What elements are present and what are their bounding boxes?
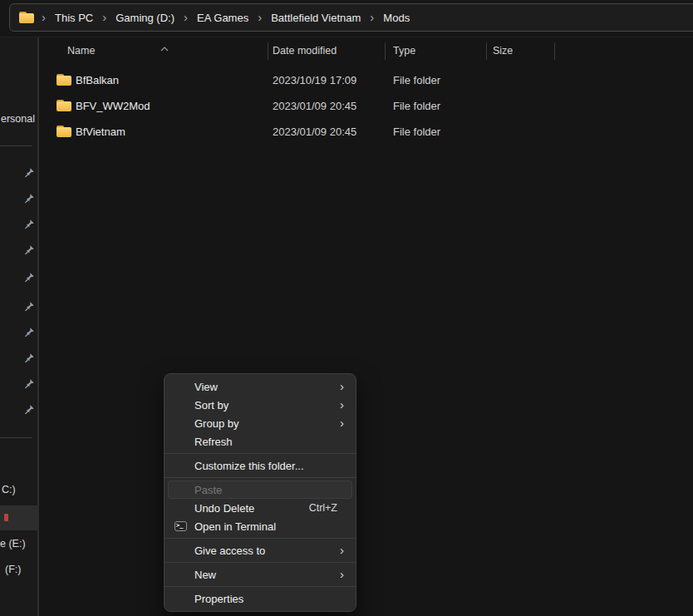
file-date-modified: 2023/01/09 20:45 [273,99,356,111]
menu-separator [165,562,356,563]
folder-icon [19,12,34,23]
menu-separator [165,538,356,539]
pin-icon[interactable] [24,218,35,229]
chevron-right-icon: › [340,416,344,430]
sidebar-item-drive-f[interactable]: (F:) [5,564,21,576]
chevron-right-icon: › [340,567,344,581]
file-type: File folder [393,99,440,111]
context-menu: View›Sort by›Group by›RefreshCustomize t… [164,373,356,612]
column-resize-handle[interactable] [268,42,268,60]
file-row-bfbalkan[interactable]: BfBalkan2023/10/19 17:09File folder [44,67,685,92]
menu-separator [165,586,356,587]
drive-icon-fragment [4,514,8,521]
column-header-date-modified[interactable]: Date modified [273,45,337,57]
menu-item-give-access-to[interactable]: Give access to› [168,541,352,559]
column-resize-handle[interactable] [554,42,555,60]
menu-item-label: Give access to [194,545,341,557]
breadcrumb: ›This PC›Gaming (D:)›EA Games›Battlefiel… [37,8,414,27]
file-row-bfvietnam[interactable]: BfVietnam2023/01/09 20:45File folder [44,118,685,144]
breadcrumb-separator: › [179,10,193,26]
chevron-right-icon: › [340,397,344,411]
menu-item-label: View [194,381,341,393]
menu-item-paste[interactable]: Paste [168,480,352,499]
menu-item-sort-by[interactable]: Sort by› [168,396,352,414]
sidebar-item-drive-c[interactable]: C:) [2,484,16,496]
file-date-modified: 2023/01/09 20:45 [273,125,356,137]
pin-icon[interactable] [24,166,35,177]
menu-item-open-in-terminal[interactable]: >_Open in Terminal [168,517,352,535]
file-name: BFV_WW2Mod [76,99,150,111]
pin-icon[interactable] [24,377,35,388]
file-type: File folder [393,73,440,86]
menu-item-customize-this-folder[interactable]: Customize this folder... [168,456,352,475]
pin-icon[interactable] [24,244,35,254]
menu-item-label: Undo Delete [194,502,309,515]
address-bar[interactable]: ›This PC›Gaming (D:)›EA Games›Battlefiel… [9,3,693,32]
breadcrumb-item-mods[interactable]: Mods [379,8,414,27]
folder-icon [57,126,71,137]
breadcrumb-item-ea-games[interactable]: EA Games [193,8,253,27]
chevron-right-icon: › [340,379,344,393]
folder-icon [57,100,71,111]
breadcrumb-item-gaming-d[interactable]: Gaming (D:) [111,8,179,27]
column-header-row: Name Date modified Type Size [41,37,693,65]
file-row-bfv-ww2mod[interactable]: BFV_WW2Mod2023/01/09 20:45File folder [44,92,685,118]
menu-item-label: Properties [194,593,341,605]
breadcrumb-separator: › [97,10,111,26]
sidebar-item-onedrive-personal[interactable]: ersonal [1,113,35,126]
pin-icon[interactable] [24,403,35,414]
sidebar-item-selected-drive[interactable] [0,505,39,530]
sidebar-item-drive-e-e[interactable]: e (E:) [0,538,26,550]
terminal-icon: >_ [174,521,187,531]
pin-icon[interactable] [24,352,35,362]
menu-item-label: Paste [194,484,341,496]
chevron-right-icon: › [340,543,344,557]
pin-icon[interactable] [24,300,35,311]
menu-item-label: Refresh [194,436,341,448]
file-date-modified: 2023/10/19 17:09 [273,73,356,86]
sort-ascending-icon [160,40,169,55]
menu-item-label: Customize this folder... [194,460,341,472]
breadcrumb-separator: › [37,10,51,26]
breadcrumb-item-battlefield-vietnam[interactable]: Battlefield Vietnam [267,8,365,27]
file-name: BfVietnam [76,125,125,137]
menu-item-label: Sort by [194,399,341,411]
menu-item-refresh[interactable]: Refresh [168,432,352,451]
menu-item-label: Open in Terminal [194,520,341,533]
pin-icon[interactable] [24,192,35,203]
sidebar: ersonal C:)e (E:)(F:) [0,37,39,616]
column-header-name[interactable]: Name [67,45,95,57]
sidebar-divider [0,437,32,438]
pin-icon[interactable] [24,271,35,282]
menu-separator [165,453,356,454]
breadcrumb-separator: › [253,10,267,26]
menu-item-label: New [194,569,341,581]
menu-item-new[interactable]: New› [168,565,352,584]
menu-item-group-by[interactable]: Group by› [168,414,352,432]
menu-item-undo-delete[interactable]: Undo DeleteCtrl+Z [168,499,352,517]
menu-item-properties[interactable]: Properties [168,589,352,608]
file-name: BfBalkan [76,73,119,86]
menu-item-label: Group by [194,417,341,430]
sidebar-divider [0,145,32,146]
column-header-size[interactable]: Size [493,45,513,57]
column-resize-handle[interactable] [385,42,386,60]
pin-icon[interactable] [24,326,35,337]
breadcrumb-separator: › [365,10,379,26]
file-type: File folder [393,125,440,137]
file-list-pane: Name Date modified Type Size BfBalkan202… [41,37,693,616]
folder-icon [57,74,71,86]
menu-accelerator: Ctrl+Z [309,502,337,514]
breadcrumb-item-this-pc[interactable]: This PC [51,8,97,27]
column-header-type[interactable]: Type [393,45,415,57]
toolbar: ›This PC›Gaming (D:)›EA Games›Battlefiel… [0,0,693,37]
menu-separator [165,477,356,478]
menu-item-view[interactable]: View› [168,377,352,396]
column-resize-handle[interactable] [486,42,487,60]
